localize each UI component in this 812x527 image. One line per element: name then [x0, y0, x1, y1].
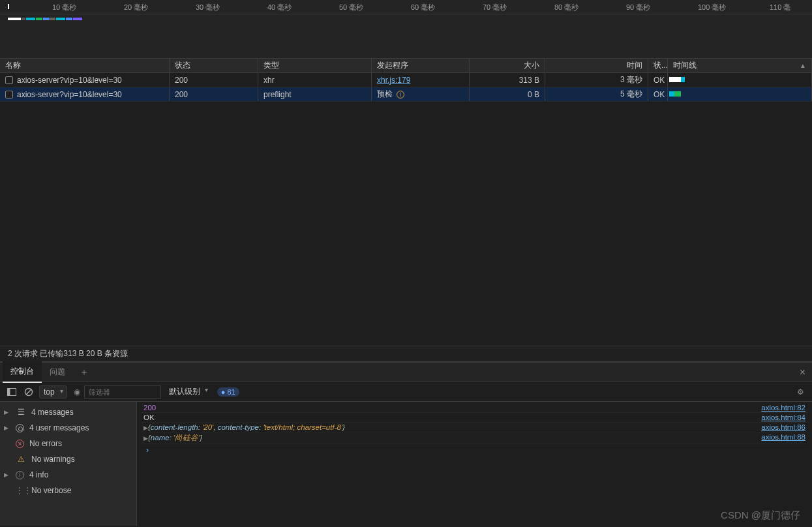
col-header-waterfall[interactable]: 时间线▲ [668, 59, 812, 72]
console-filter-input[interactable] [84, 385, 161, 399]
drawer: 控制台 问题 ＋ × top ◉ 默认级别 ● 81 ⚙ ▶☰4 message… [0, 361, 812, 526]
network-request-row[interactable]: axios-server?vip=10&level=30200xhrxhr.js… [0, 73, 812, 87]
timeline-tick: 100 毫秒 [698, 3, 726, 12]
initiator-link[interactable]: xhr.js:179 [377, 76, 410, 85]
message-source-link[interactable]: axios.html:86 [756, 423, 805, 431]
console-message[interactable]: OKaxios.html:84 [141, 413, 808, 423]
col-header-status[interactable]: 状态 [170, 59, 258, 72]
col-header-initiator[interactable]: 发起程序 [372, 59, 470, 72]
timeline-overview[interactable]: 10 毫秒20 毫秒30 毫秒40 毫秒50 毫秒60 毫秒70 毫秒80 毫秒… [0, 0, 812, 59]
network-table-header: 名称 状态 类型 发起程序 大小 时间 状... 时间线▲ [0, 59, 812, 73]
console-message[interactable]: ▶{name: '尚硅谷'}axios.html:88 [141, 432, 808, 444]
message-source-link[interactable]: axios.html:82 [756, 404, 805, 412]
col-header-size[interactable]: 大小 [470, 59, 545, 72]
tab-console[interactable]: 控制台 [3, 361, 42, 383]
log-level-selector[interactable]: 默认级别 [165, 385, 209, 399]
timeline-ticks: 10 毫秒20 毫秒30 毫秒40 毫秒50 毫秒60 毫秒70 毫秒80 毫秒… [0, 0, 812, 14]
close-drawer-icon[interactable]: × [800, 367, 805, 378]
console-prompt[interactable]: › [141, 444, 808, 456]
col-header-status-text[interactable]: 状... [648, 59, 668, 72]
sidebar-user-messages[interactable]: ▶4 user messages [0, 420, 136, 436]
console-message[interactable]: ▶{content-length: '20', content-type: 't… [141, 423, 808, 432]
sidebar-verbose[interactable]: ⋮⋮No verbose [0, 483, 136, 498]
sidebar-info[interactable]: ▶i4 info [0, 467, 136, 483]
sidebar-errors[interactable]: ×No errors [0, 436, 136, 451]
file-icon [5, 91, 13, 98]
live-expression-icon[interactable]: ◉ [74, 387, 80, 397]
timeline-tick: 110 毫 [770, 3, 790, 12]
console-message[interactable]: 200axios.html:82 [141, 403, 808, 413]
context-selector[interactable]: top [39, 385, 67, 399]
console-body: ▶☰4 messages ▶4 user messages ×No errors… [0, 402, 812, 526]
svg-line-3 [26, 389, 31, 395]
timeline-tick: 20 毫秒 [124, 3, 148, 12]
svg-rect-1 [8, 388, 10, 395]
playhead-marker[interactable] [8, 4, 9, 9]
timeline-tick: 70 毫秒 [483, 3, 507, 12]
toggle-sidebar-icon[interactable] [5, 385, 18, 399]
overview-strip [8, 16, 82, 22]
network-request-row[interactable]: axios-server?vip=10&level=30200preflight… [0, 87, 812, 102]
timeline-tick: 80 毫秒 [554, 3, 579, 12]
preflight-info-icon[interactable]: i [397, 91, 404, 98]
timeline-tick: 30 毫秒 [196, 3, 220, 12]
message-source-link[interactable]: axios.html:84 [756, 414, 805, 421]
timeline-tick: 90 毫秒 [626, 3, 650, 12]
issues-badge[interactable]: ● 81 [217, 387, 239, 397]
tab-issues[interactable]: 问题 [42, 362, 73, 382]
network-table: 名称 状态 类型 发起程序 大小 时间 状... 时间线▲ axios-serv… [0, 59, 812, 346]
timeline-tick: 50 毫秒 [339, 3, 363, 12]
timeline-tick: 40 毫秒 [267, 3, 292, 12]
network-summary-bar: 2 次请求 已传输313 B 20 B 条资源 [0, 346, 812, 361]
sidebar-warnings[interactable]: ⚠No warnings [0, 451, 136, 467]
col-header-name[interactable]: 名称 [0, 59, 170, 72]
clear-console-icon[interactable] [22, 385, 35, 399]
add-tab-button[interactable]: ＋ [73, 362, 95, 383]
message-source-link[interactable]: axios.html:88 [756, 433, 805, 443]
network-table-body: axios-server?vip=10&level=30200xhrxhr.js… [0, 73, 812, 346]
file-icon [5, 76, 13, 84]
col-header-time[interactable]: 时间 [545, 59, 648, 72]
network-summary-text: 2 次请求 已传输313 B 20 B 条资源 [8, 348, 128, 359]
sort-indicator-icon: ▲ [800, 62, 806, 69]
drawer-tabs: 控制台 问题 ＋ × [0, 363, 812, 382]
timeline-tick: 60 毫秒 [411, 3, 435, 12]
col-header-type[interactable]: 类型 [258, 59, 372, 72]
console-messages[interactable]: 200axios.html:82OKaxios.html:84▶{content… [137, 402, 812, 526]
timeline-tick: 10 毫秒 [52, 3, 76, 12]
console-settings-icon[interactable]: ⚙ [797, 387, 804, 397]
console-toolbar: top ◉ 默认级别 ● 81 ⚙ [0, 382, 812, 402]
console-sidebar: ▶☰4 messages ▶4 user messages ×No errors… [0, 402, 137, 526]
sidebar-messages[interactable]: ▶☰4 messages [0, 404, 136, 420]
